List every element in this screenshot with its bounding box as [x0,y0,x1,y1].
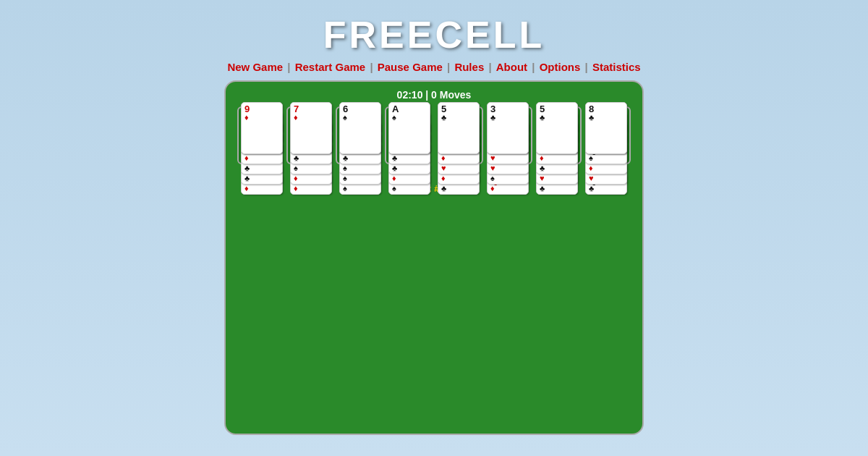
card[interactable]: 7♦ [290,102,332,154]
nav-statistics[interactable]: Statistics [592,61,641,73]
card[interactable]: 5♣ [536,102,578,154]
card[interactable]: 5♣ [438,102,480,154]
timer-bar: 02:10 | 0 Moves [397,89,472,101]
card[interactable]: 8♣ [585,102,627,154]
game-title: FREECELL [323,13,545,56]
nav-restart-game[interactable]: Restart Game [295,61,366,73]
game-board: 02:10 | 0 Moves FREECELL FREECELL FREECE… [224,80,644,435]
nav-rules[interactable]: Rules [454,61,484,73]
nav-options[interactable]: Options [540,61,581,73]
nav-pause-game[interactable]: Pause Game [378,61,443,73]
nav-about[interactable]: About [496,61,527,73]
nav-new-game[interactable]: New Game [227,61,283,73]
navigation: New Game | Restart Game | Pause Game | R… [227,61,640,73]
card[interactable]: 6♠ [339,102,381,154]
card[interactable]: 9♦ [241,102,283,154]
card[interactable]: 3♣ [487,102,529,154]
card[interactable]: A♠ [388,102,430,154]
